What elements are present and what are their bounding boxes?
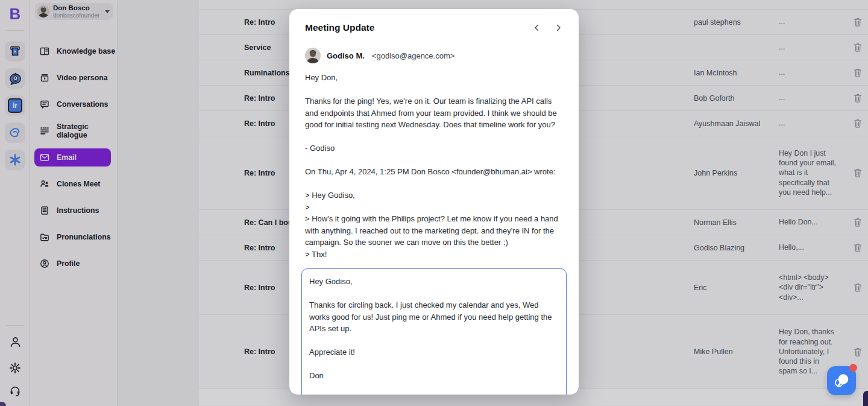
reply-textarea[interactable]: Hey Godiso, Thanks for circling back. I … [301, 268, 567, 395]
email-pager [532, 23, 563, 33]
chevron-right-icon [554, 24, 562, 32]
sender-email: <godiso@agence.com> [372, 51, 455, 60]
email-modal: Meeting Update Godiso M. <godiso@agence.… [289, 9, 579, 395]
modal-header: Meeting Update [305, 21, 563, 34]
chat-bubbles-icon [833, 372, 850, 389]
chevron-left-icon [533, 24, 541, 32]
sender-row: Godiso M. <godiso@agence.com> [305, 48, 563, 63]
email-body: Hey Don, Thanks for the ping! Yes, we're… [305, 72, 563, 260]
modal-title: Meeting Update [305, 22, 374, 33]
sender-avatar [305, 48, 321, 63]
chat-widget-button[interactable] [827, 366, 856, 395]
corner-decoration [863, 391, 868, 406]
next-email-button[interactable] [553, 23, 563, 33]
sender-name: Godiso M. [327, 51, 365, 60]
previous-email-button[interactable] [532, 23, 542, 33]
notification-dot [849, 364, 857, 372]
